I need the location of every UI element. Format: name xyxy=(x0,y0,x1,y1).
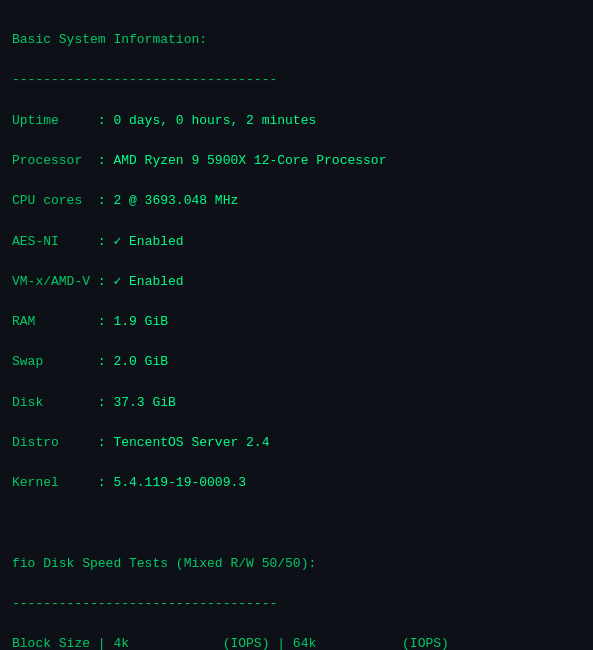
terminal-content: Basic System Information: --------------… xyxy=(12,10,581,650)
aes-ni-line: AES-NI : ✓ Enabled xyxy=(12,234,184,249)
disk-line: Disk : 37.3 GiB xyxy=(12,395,176,410)
processor-line: Processor : AMD Ryzen 9 5900X 12-Core Pr… xyxy=(12,153,386,168)
fio-header1: Block Size | 4k (IOPS) | 64k (IOPS) xyxy=(12,636,449,650)
fio-title: fio Disk Speed Tests (Mixed R/W 50/50): xyxy=(12,556,316,571)
cpu-cores-line: CPU cores : 2 @ 3693.048 MHz xyxy=(12,193,238,208)
fio-divider: ---------------------------------- xyxy=(12,596,277,611)
vmx-line: VM-x/AMD-V : ✓ Enabled xyxy=(12,274,184,289)
swap-line: Swap : 2.0 GiB xyxy=(12,354,168,369)
ram-line: RAM : 1.9 GiB xyxy=(12,314,168,329)
basic-info-title: Basic System Information: xyxy=(12,32,207,47)
distro-line: Distro : TencentOS Server 2.4 xyxy=(12,435,269,450)
uptime-line: Uptime : 0 days, 0 hours, 2 minutes xyxy=(12,113,316,128)
basic-info-divider: ---------------------------------- xyxy=(12,72,277,87)
kernel-line: Kernel : 5.4.119-19-0009.3 xyxy=(12,475,246,490)
